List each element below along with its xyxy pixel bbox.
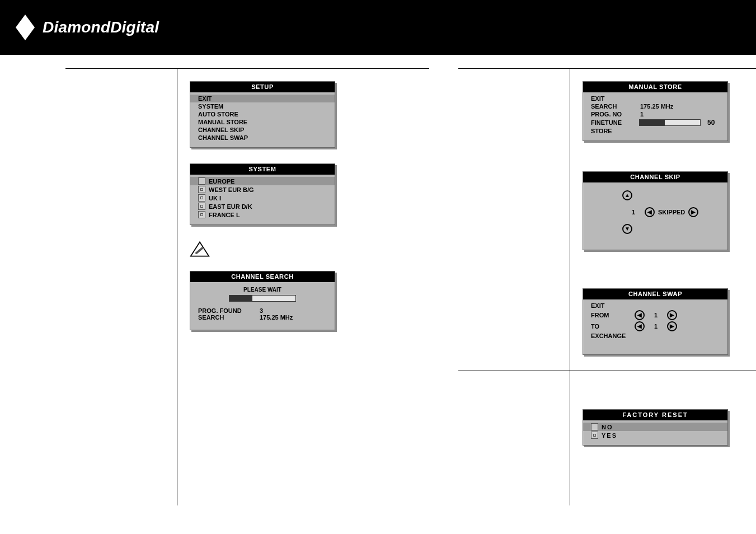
ms-label: EXIT [591, 95, 639, 102]
skip-status: SKIPPED [658, 209, 685, 216]
arrow-down-icon[interactable]: ▼ [622, 224, 632, 234]
osd-system-title: SYSTEM [190, 164, 335, 175]
factory-no[interactable]: NO [583, 423, 727, 431]
ms-store[interactable]: STORE [583, 127, 727, 135]
arrow-left-icon[interactable]: ◀ [635, 310, 645, 320]
checkbox-icon [198, 177, 205, 185]
left-column: SETUP EXIT SYSTEM AUTO STORE MANUAL STOR… [65, 68, 429, 505]
option-label: FRANCE L [209, 212, 240, 218]
please-wait-label: PLEASE WAIT [198, 287, 327, 293]
page-header: DiamondDigital [0, 0, 756, 55]
checkbox-icon [591, 423, 598, 430]
ms-finetune[interactable]: FINETUNE 50 [583, 118, 727, 127]
arrow-left-icon[interactable]: ◀ [635, 321, 645, 331]
osd-setup: SETUP EXIT SYSTEM AUTO STORE MANUAL STOR… [190, 81, 335, 148]
search-value: 175.25 MHz [260, 314, 293, 321]
swap-from-value: 1 [649, 312, 663, 318]
caution-icon [190, 241, 210, 257]
option-label: EAST EUR D/K [209, 203, 252, 210]
menu-item-exit[interactable]: EXIT [190, 95, 335, 102]
factory-yes[interactable]: YES [583, 431, 727, 439]
checkbox-icon [591, 432, 598, 439]
left-side-cell [65, 69, 177, 505]
swap-label-text: TO [591, 323, 635, 330]
search-label: SEARCH [198, 314, 260, 321]
option-uk[interactable]: UK I [190, 194, 335, 202]
menu-item-label: AUTO STORE [198, 111, 238, 118]
swap-to[interactable]: TO ◀ 1 ▶ [583, 321, 727, 332]
search-progress [198, 295, 327, 302]
ms-exit[interactable]: EXIT [583, 95, 727, 102]
prog-found-value: 3 [260, 307, 263, 314]
option-europe[interactable]: EUROPE [190, 177, 335, 185]
arrow-up-icon[interactable]: ▲ [622, 190, 632, 200]
ms-search[interactable]: SEARCH 175.25 MHz [583, 102, 727, 110]
ms-label: SEARCH [591, 103, 639, 110]
swap-label-text: EXCHANGE [591, 332, 635, 339]
arrow-right-icon[interactable]: ▶ [667, 310, 677, 320]
menu-item-manual-store[interactable]: MANUAL STORE [190, 118, 335, 126]
ms-label: PROG. NO [591, 111, 639, 118]
osd-system: SYSTEM EUROPE WEST EUR B/G UK I [190, 163, 335, 225]
prog-found-label: PROG. FOUND [198, 307, 260, 314]
menu-item-label: CHANNEL SWAP [198, 134, 248, 141]
osd-setup-title: SETUP [190, 82, 335, 92]
brand: DiamondDigital [16, 15, 159, 40]
option-label: WEST EUR B/G [209, 186, 254, 193]
ms-search-value: 175.25 MHz [640, 103, 673, 110]
page-body: SETUP EXIT SYSTEM AUTO STORE MANUAL STOR… [0, 68, 756, 528]
option-label: EUROPE [209, 178, 234, 185]
swap-from[interactable]: FROM ◀ 1 ▶ [583, 310, 727, 321]
finetune-bar: 50 [639, 119, 715, 127]
search-row: SEARCH 175.25 MHz [198, 314, 327, 321]
menu-item-auto-store[interactable]: AUTO STORE [190, 110, 335, 118]
option-label: UK I [209, 195, 221, 202]
checkbox-icon [198, 186, 205, 193]
menu-item-channel-swap[interactable]: CHANNEL SWAP [190, 134, 335, 142]
menu-item-channel-skip[interactable]: CHANNEL SKIP [190, 126, 335, 134]
prog-found-row: PROG. FOUND 3 [198, 307, 327, 314]
brand-text: DiamondDigital [43, 18, 159, 36]
ms-prog-value: 1 [640, 111, 644, 118]
menu-item-label: MANUAL STORE [198, 119, 247, 125]
section-divider [458, 371, 756, 371]
arrow-left-icon[interactable]: ◀ [645, 207, 655, 217]
osd-manual-store: MANUAL STORE EXIT SEARCH 175.25 MHz PROG… [583, 81, 728, 141]
swap-label-text: FROM [591, 312, 635, 318]
osd-channel-skip-title: CHANNEL SKIP [583, 172, 727, 182]
checkbox-icon [198, 211, 205, 218]
checkbox-icon [198, 194, 205, 202]
osd-channel-skip: CHANNEL SKIP ▲ 1 ◀ SKIPPED ▶ [583, 171, 728, 250]
swap-exit[interactable]: EXIT [583, 302, 727, 310]
ms-label: FINETUNE [591, 119, 639, 126]
osd-manual-store-title: MANUAL STORE [583, 82, 727, 92]
diamond-icon [16, 15, 35, 40]
ms-prog-no[interactable]: PROG. NO 1 [583, 110, 727, 118]
osd-channel-swap: CHANNEL SWAP EXIT FROM ◀ 1 ▶ [583, 288, 728, 355]
option-france[interactable]: FRANCE L [190, 210, 335, 219]
menu-item-label: EXIT [198, 95, 212, 102]
menu-item-system[interactable]: SYSTEM [190, 102, 335, 110]
swap-exchange[interactable]: EXCHANGE [583, 332, 727, 340]
menu-item-label: SYSTEM [198, 103, 223, 110]
option-label: NO [602, 424, 613, 430]
finetune-value: 50 [707, 119, 715, 127]
option-east-eur[interactable]: EAST EUR D/K [190, 202, 335, 210]
swap-label-text: EXIT [591, 302, 635, 309]
right-column: MANUAL STORE EXIT SEARCH 175.25 MHz PROG… [458, 68, 756, 505]
option-label: YES [602, 432, 617, 439]
right-side-cell [458, 69, 570, 505]
osd-factory-reset: FACTORY RESET NO YES [583, 409, 728, 446]
osd-factory-reset-title: FACTORY RESET [583, 410, 727, 420]
ms-label: STORE [591, 128, 639, 134]
arrow-right-icon[interactable]: ▶ [688, 207, 698, 217]
osd-channel-search-title: CHANNEL SEARCH [190, 271, 335, 282]
osd-channel-swap-title: CHANNEL SWAP [583, 289, 727, 299]
checkbox-icon [198, 203, 205, 210]
swap-to-value: 1 [649, 323, 663, 330]
option-west-eur[interactable]: WEST EUR B/G [190, 185, 335, 194]
arrow-right-icon[interactable]: ▶ [667, 321, 677, 331]
menu-item-label: CHANNEL SKIP [198, 127, 244, 133]
skip-channel-number: 1 [622, 209, 645, 216]
osd-channel-search: CHANNEL SEARCH PLEASE WAIT PROG. FOUND 3… [190, 271, 335, 330]
